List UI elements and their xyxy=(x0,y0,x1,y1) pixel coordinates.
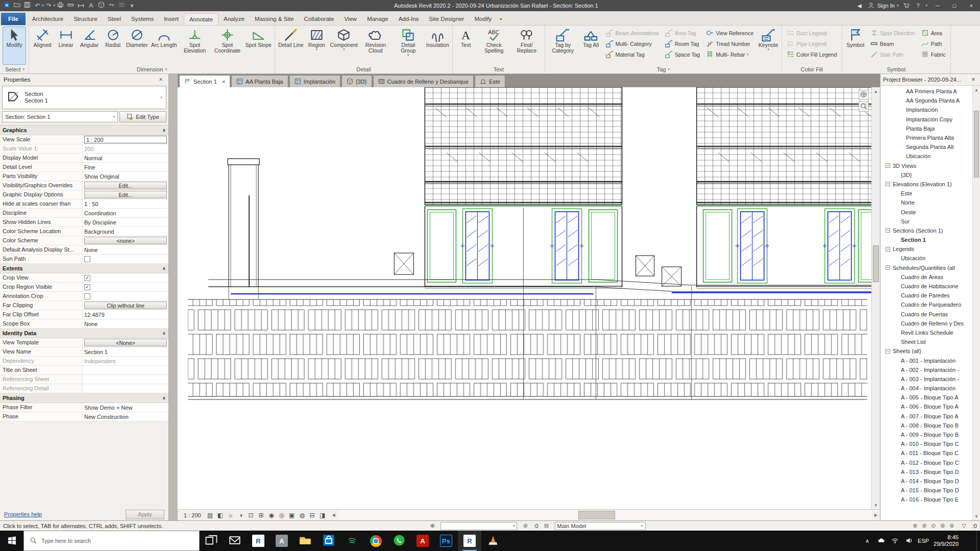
taskbar-app-task-view[interactable] xyxy=(200,531,223,551)
clock[interactable]: 8:45 29/9/2020 xyxy=(934,534,959,547)
volume-icon[interactable] xyxy=(904,536,913,545)
ribbon-tab-modify[interactable]: Modify xyxy=(469,13,497,25)
wifi-icon[interactable] xyxy=(890,536,899,545)
help-icon[interactable]: ? xyxy=(914,2,922,10)
collapse-expander-icon[interactable]: − xyxy=(886,247,890,252)
revision-cloud-button[interactable]: Revision Cloud xyxy=(359,27,392,65)
close-view-icon[interactable]: × xyxy=(222,79,225,85)
ribbon-tab-file[interactable]: File xyxy=(1,13,26,25)
span-direction-button[interactable]: Span Direction xyxy=(868,28,917,38)
properties-close-icon[interactable]: × xyxy=(157,76,165,83)
sun-path-icon[interactable]: ☼ xyxy=(226,511,235,520)
arc-length-button[interactable]: Arc Length xyxy=(150,27,179,65)
modify-button[interactable]: Modify xyxy=(3,27,26,65)
browser-item-sur[interactable]: Sur xyxy=(880,217,972,226)
ribbon-tab-massing-site[interactable]: Massing & Site xyxy=(250,13,299,25)
taskbar-app-revit[interactable]: R xyxy=(458,531,481,551)
instance-selector[interactable]: Section: Section 1 ▾ xyxy=(2,111,118,122)
design-options-combo[interactable]: Main Model▾ xyxy=(555,522,646,530)
graphic-display-options-button[interactable]: Edit... xyxy=(84,191,167,198)
visual-style-icon[interactable]: ◧ xyxy=(216,511,225,520)
area-tag-button[interactable]: Area Tag xyxy=(663,28,702,38)
path-button[interactable]: Path xyxy=(919,38,948,49)
design-options-icon[interactable]: ⊟ xyxy=(543,522,551,530)
horizontal-scrollbar[interactable]: ◀ ▶ xyxy=(330,510,880,520)
checkbox[interactable]: ✓ xyxy=(84,284,90,290)
browser-item-implantaci-n-copy[interactable]: Implantación Copy xyxy=(880,115,972,124)
scroll-left-icon[interactable]: ◀ xyxy=(330,513,338,517)
ribbon-tab-collaborate[interactable]: Collaborate xyxy=(299,13,339,25)
taskbar-app-microsoft-store[interactable] xyxy=(317,531,340,551)
worksharing-display-icon[interactable]: ◨ xyxy=(318,511,327,520)
view-tab-implantaci-n[interactable]: Implantación xyxy=(289,75,340,87)
taskbar-app-revit[interactable]: R xyxy=(247,531,270,551)
find-replace-button[interactable]: Find/ Replace xyxy=(510,27,543,65)
radial-button[interactable]: Radial xyxy=(101,27,125,65)
temporary-hide-isolate-icon[interactable]: ◉ xyxy=(267,511,276,520)
browser-item-revit-links-schedule[interactable]: Revit Links Schedule xyxy=(880,328,972,337)
drag-select-icon[interactable]: ⊚ xyxy=(948,522,956,530)
fabric-button[interactable]: Fabric xyxy=(919,49,948,60)
angular-button[interactable]: Angular xyxy=(78,27,101,65)
spot-coordinate-button[interactable]: Spot Coordinate xyxy=(211,27,244,65)
browser-item-sheet-list[interactable]: Sheet List xyxy=(880,337,972,346)
keynote-button[interactable]: Keynote▾ xyxy=(756,27,780,65)
property-group-extents[interactable]: Extents∧ xyxy=(0,264,168,273)
scroll-down-icon[interactable]: ▼ xyxy=(872,501,880,509)
view-reference-button[interactable]: View Reference xyxy=(704,28,755,38)
browser-item-segunda-planta-alt[interactable]: Segunda Planta Alt xyxy=(880,142,972,152)
browser-item-ubicaci-n[interactable]: Ubicación xyxy=(880,152,972,161)
panel-label-symbol[interactable]: Symbol xyxy=(842,65,950,73)
view-3d-button[interactable] xyxy=(96,1,106,10)
view-tab-cuadro-de-relleno-y-desbanque[interactable]: Cuadro de Relleno y Desbanque xyxy=(373,75,474,87)
sign-in-button[interactable]: Sign In ▾ xyxy=(867,2,899,10)
browser-item-cuadro-de-paredes[interactable]: Cuadro de Paredes xyxy=(880,291,972,300)
property-group-phasing[interactable]: Phasing∧ xyxy=(0,393,168,403)
onedrive-icon[interactable] xyxy=(876,536,886,545)
hide-analytical-model-icon[interactable]: ◍ xyxy=(298,511,307,520)
property-value[interactable] xyxy=(83,366,168,374)
browser-item-a-001-implantaci-n[interactable]: A - 001 - Implantación xyxy=(880,356,972,365)
browser-item-aa-primera-planta-a[interactable]: AA Primera Planta A xyxy=(880,87,972,96)
cart-icon[interactable] xyxy=(902,2,910,10)
view-tab-section-1[interactable]: Section 1× xyxy=(179,75,230,87)
ribbon-tab-annotate[interactable]: Annotate xyxy=(184,13,218,25)
start-button[interactable] xyxy=(0,531,23,551)
browser-item-a-010-bloque-tipo-c[interactable]: A - 010 - Bloque Tipo C xyxy=(880,439,972,448)
property-value[interactable] xyxy=(83,384,168,393)
visibility-graphics-overrides-button[interactable]: Edit... xyxy=(84,182,167,189)
pipe-legend-button[interactable]: Pipe Legend xyxy=(785,38,839,49)
tag-by-category-button[interactable]: Tag by Category xyxy=(547,27,579,65)
far-clipping-button[interactable]: Clip without line xyxy=(84,302,167,309)
qat-dimension-button[interactable] xyxy=(76,1,86,10)
apply-button[interactable]: Apply xyxy=(126,510,164,519)
room-tag-button[interactable]: Room Tag xyxy=(663,38,702,49)
editing-requests-icon[interactable]: ⊘ xyxy=(521,522,529,530)
duct-legend-button[interactable]: Duct Legend xyxy=(785,28,839,38)
property-value[interactable]: By Discipline xyxy=(83,218,168,227)
color-fill-legend-button[interactable]: Color Fill Legend xyxy=(785,49,839,60)
taskbar-app-whatsapp[interactable] xyxy=(387,531,411,551)
customize-button[interactable]: ▾ xyxy=(127,1,137,10)
browser-item-a-016-bloque-tipo-e[interactable]: A - 016 - Bloque Tipo E xyxy=(880,495,972,504)
browser-item-a-013-bloque-tipo-d[interactable]: A - 013 - Bloque Tipo D xyxy=(880,467,972,477)
temporary-view-properties-icon[interactable]: ▣ xyxy=(287,511,297,520)
qat-text-button[interactable]: A xyxy=(86,1,96,10)
checkbox[interactable] xyxy=(84,256,90,262)
diameter-button[interactable]: Diameter xyxy=(125,27,150,65)
view-tab-aa-planta-baja[interactable]: AA Planta Baja xyxy=(231,75,288,87)
collapse-expander-icon[interactable]: − xyxy=(886,228,890,233)
view-scale-button[interactable]: 1 : 200 xyxy=(180,511,205,519)
browser-item-sections-section-1[interactable]: −Sections (Section 1) xyxy=(880,226,972,235)
region-button[interactable]: Region▾ xyxy=(305,27,329,65)
collapse-icon[interactable]: ◀ xyxy=(855,2,864,10)
property-value[interactable]: None xyxy=(83,319,168,328)
browser-item-aa-segunda-planta-a[interactable]: AA Segunda Planta A xyxy=(880,96,972,105)
panel-label-color-fill[interactable]: Color Fill xyxy=(782,65,841,73)
detail-group-button[interactable]: Detail Group▾ xyxy=(392,27,425,65)
view-tab-este[interactable]: Este xyxy=(475,75,505,87)
color-scheme-button[interactable]: <none> xyxy=(84,237,167,244)
print-button[interactable] xyxy=(56,1,65,10)
taskbar-app-chrome[interactable] xyxy=(364,531,387,551)
browser-item-cuadro-de-reas[interactable]: Cuadro de Áreas xyxy=(880,272,972,282)
